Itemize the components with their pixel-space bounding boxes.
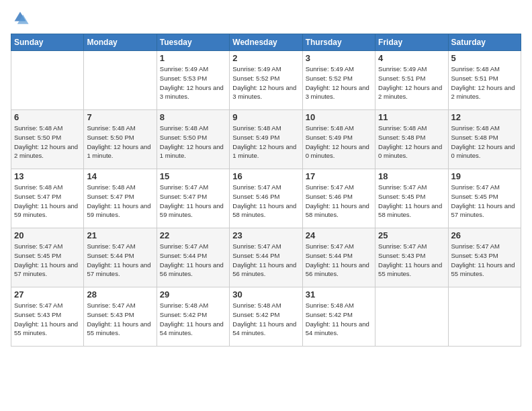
day-number: 10 bbox=[306, 112, 372, 122]
day-number: 19 bbox=[451, 171, 518, 181]
day-info: Sunrise: 5:47 AMSunset: 5:45 PMDaylight:… bbox=[14, 242, 81, 279]
day-info: Sunrise: 5:47 AMSunset: 5:46 PMDaylight:… bbox=[306, 183, 372, 220]
calendar-week-5: 27Sunrise: 5:47 AMSunset: 5:43 PMDayligh… bbox=[11, 287, 521, 347]
day-info: Sunrise: 5:48 AMSunset: 5:50 PMDaylight:… bbox=[160, 124, 226, 161]
day-info: Sunrise: 5:49 AMSunset: 5:52 PMDaylight:… bbox=[232, 64, 299, 101]
calendar-cell: 9Sunrise: 5:48 AMSunset: 5:49 PMDaylight… bbox=[230, 110, 302, 169]
day-info: Sunrise: 5:48 AMSunset: 5:47 PMDaylight:… bbox=[14, 183, 81, 220]
calendar-cell: 23Sunrise: 5:47 AMSunset: 5:44 PMDayligh… bbox=[230, 228, 302, 287]
day-info: Sunrise: 5:49 AMSunset: 5:53 PMDaylight:… bbox=[160, 64, 226, 101]
weekday-header-row: SundayMondayTuesdayWednesdayThursdayFrid… bbox=[11, 34, 521, 51]
weekday-header-tuesday: Tuesday bbox=[157, 34, 229, 51]
calendar-cell: 12Sunrise: 5:48 AMSunset: 5:48 PMDayligh… bbox=[448, 110, 521, 169]
day-info: Sunrise: 5:47 AMSunset: 5:44 PMDaylight:… bbox=[232, 242, 299, 279]
day-number: 20 bbox=[14, 230, 81, 240]
calendar-cell: 20Sunrise: 5:47 AMSunset: 5:45 PMDayligh… bbox=[11, 228, 84, 287]
calendar-cell: 14Sunrise: 5:48 AMSunset: 5:47 PMDayligh… bbox=[84, 169, 157, 228]
calendar-cell: 1Sunrise: 5:49 AMSunset: 5:53 PMDaylight… bbox=[157, 51, 229, 110]
day-info: Sunrise: 5:47 AMSunset: 5:43 PMDaylight:… bbox=[378, 242, 445, 279]
calendar-table: SundayMondayTuesdayWednesdayThursdayFrid… bbox=[11, 34, 521, 347]
day-info: Sunrise: 5:48 AMSunset: 5:42 PMDaylight:… bbox=[160, 301, 226, 338]
day-info: Sunrise: 5:49 AMSunset: 5:52 PMDaylight:… bbox=[306, 64, 372, 101]
weekday-header-friday: Friday bbox=[375, 34, 448, 51]
day-info: Sunrise: 5:48 AMSunset: 5:47 PMDaylight:… bbox=[87, 183, 153, 220]
calendar-cell: 21Sunrise: 5:47 AMSunset: 5:44 PMDayligh… bbox=[84, 228, 157, 287]
day-info: Sunrise: 5:48 AMSunset: 5:49 PMDaylight:… bbox=[306, 124, 372, 161]
day-info: Sunrise: 5:47 AMSunset: 5:43 PMDaylight:… bbox=[451, 242, 518, 279]
day-info: Sunrise: 5:48 AMSunset: 5:42 PMDaylight:… bbox=[232, 301, 299, 338]
calendar-cell: 26Sunrise: 5:47 AMSunset: 5:43 PMDayligh… bbox=[448, 228, 521, 287]
day-number: 31 bbox=[306, 289, 372, 300]
calendar-cell: 27Sunrise: 5:47 AMSunset: 5:43 PMDayligh… bbox=[11, 287, 84, 347]
day-info: Sunrise: 5:47 AMSunset: 5:44 PMDaylight:… bbox=[87, 242, 153, 279]
calendar-cell: 8Sunrise: 5:48 AMSunset: 5:50 PMDaylight… bbox=[157, 110, 229, 169]
calendar-cell: 30Sunrise: 5:48 AMSunset: 5:42 PMDayligh… bbox=[230, 287, 302, 347]
day-info: Sunrise: 5:47 AMSunset: 5:46 PMDaylight:… bbox=[232, 183, 299, 220]
day-number: 7 bbox=[87, 112, 153, 122]
calendar-cell bbox=[84, 51, 157, 110]
calendar-cell: 24Sunrise: 5:47 AMSunset: 5:44 PMDayligh… bbox=[302, 228, 375, 287]
calendar-cell: 5Sunrise: 5:48 AMSunset: 5:51 PMDaylight… bbox=[448, 51, 521, 110]
header bbox=[11, 8, 521, 28]
day-number: 21 bbox=[87, 230, 153, 240]
day-number: 25 bbox=[378, 230, 445, 240]
weekday-header-wednesday: Wednesday bbox=[230, 34, 302, 51]
calendar-cell bbox=[375, 287, 448, 347]
calendar-cell: 18Sunrise: 5:47 AMSunset: 5:45 PMDayligh… bbox=[375, 169, 448, 228]
calendar-cell: 15Sunrise: 5:47 AMSunset: 5:47 PMDayligh… bbox=[157, 169, 229, 228]
day-info: Sunrise: 5:48 AMSunset: 5:48 PMDaylight:… bbox=[451, 124, 518, 161]
calendar-week-2: 6Sunrise: 5:48 AMSunset: 5:50 PMDaylight… bbox=[11, 110, 521, 169]
calendar-week-3: 13Sunrise: 5:48 AMSunset: 5:47 PMDayligh… bbox=[11, 169, 521, 228]
weekday-header-sunday: Sunday bbox=[11, 34, 84, 51]
day-number: 14 bbox=[87, 171, 153, 181]
day-number: 4 bbox=[378, 53, 445, 63]
day-info: Sunrise: 5:48 AMSunset: 5:48 PMDaylight:… bbox=[378, 124, 445, 161]
calendar-cell: 16Sunrise: 5:47 AMSunset: 5:46 PMDayligh… bbox=[230, 169, 302, 228]
day-number: 5 bbox=[451, 53, 518, 63]
day-number: 2 bbox=[232, 53, 299, 63]
day-info: Sunrise: 5:47 AMSunset: 5:44 PMDaylight:… bbox=[306, 242, 372, 279]
day-number: 18 bbox=[378, 171, 445, 181]
calendar-cell: 10Sunrise: 5:48 AMSunset: 5:49 PMDayligh… bbox=[302, 110, 375, 169]
day-number: 1 bbox=[160, 53, 226, 63]
calendar-week-1: 1Sunrise: 5:49 AMSunset: 5:53 PMDaylight… bbox=[11, 51, 521, 110]
logo bbox=[11, 8, 32, 28]
calendar-week-4: 20Sunrise: 5:47 AMSunset: 5:45 PMDayligh… bbox=[11, 228, 521, 287]
day-info: Sunrise: 5:47 AMSunset: 5:43 PMDaylight:… bbox=[14, 301, 81, 338]
calendar-header: SundayMondayTuesdayWednesdayThursdayFrid… bbox=[11, 34, 521, 51]
day-info: Sunrise: 5:47 AMSunset: 5:47 PMDaylight:… bbox=[160, 183, 226, 220]
calendar-cell: 13Sunrise: 5:48 AMSunset: 5:47 PMDayligh… bbox=[11, 169, 84, 228]
day-number: 30 bbox=[232, 289, 299, 300]
day-number: 15 bbox=[160, 171, 226, 181]
weekday-header-thursday: Thursday bbox=[302, 34, 375, 51]
calendar-cell: 11Sunrise: 5:48 AMSunset: 5:48 PMDayligh… bbox=[375, 110, 448, 169]
day-info: Sunrise: 5:47 AMSunset: 5:45 PMDaylight:… bbox=[451, 183, 518, 220]
day-number: 11 bbox=[378, 112, 445, 122]
calendar-cell: 7Sunrise: 5:48 AMSunset: 5:50 PMDaylight… bbox=[84, 110, 157, 169]
logo-icon bbox=[11, 8, 30, 27]
calendar-cell: 22Sunrise: 5:47 AMSunset: 5:44 PMDayligh… bbox=[157, 228, 229, 287]
day-number: 26 bbox=[451, 230, 518, 240]
day-number: 6 bbox=[14, 112, 81, 122]
day-info: Sunrise: 5:47 AMSunset: 5:43 PMDaylight:… bbox=[87, 301, 153, 338]
day-info: Sunrise: 5:48 AMSunset: 5:50 PMDaylight:… bbox=[14, 124, 81, 161]
day-number: 3 bbox=[306, 53, 372, 63]
day-number: 27 bbox=[14, 289, 81, 300]
day-number: 13 bbox=[14, 171, 81, 181]
calendar-cell: 29Sunrise: 5:48 AMSunset: 5:42 PMDayligh… bbox=[157, 287, 229, 347]
calendar-cell: 17Sunrise: 5:47 AMSunset: 5:46 PMDayligh… bbox=[302, 169, 375, 228]
calendar-cell: 3Sunrise: 5:49 AMSunset: 5:52 PMDaylight… bbox=[302, 51, 375, 110]
calendar-cell: 6Sunrise: 5:48 AMSunset: 5:50 PMDaylight… bbox=[11, 110, 84, 169]
day-number: 28 bbox=[87, 289, 153, 300]
calendar-body: 1Sunrise: 5:49 AMSunset: 5:53 PMDaylight… bbox=[11, 51, 521, 347]
weekday-header-saturday: Saturday bbox=[448, 34, 521, 51]
day-number: 23 bbox=[232, 230, 299, 240]
calendar-cell: 31Sunrise: 5:48 AMSunset: 5:42 PMDayligh… bbox=[302, 287, 375, 347]
day-info: Sunrise: 5:48 AMSunset: 5:49 PMDaylight:… bbox=[232, 124, 299, 161]
calendar-cell bbox=[11, 51, 84, 110]
calendar-cell: 4Sunrise: 5:49 AMSunset: 5:51 PMDaylight… bbox=[375, 51, 448, 110]
calendar-cell: 19Sunrise: 5:47 AMSunset: 5:45 PMDayligh… bbox=[448, 169, 521, 228]
page: SundayMondayTuesdayWednesdayThursdayFrid… bbox=[0, 0, 532, 411]
day-info: Sunrise: 5:49 AMSunset: 5:51 PMDaylight:… bbox=[378, 64, 445, 101]
day-number: 9 bbox=[232, 112, 299, 122]
